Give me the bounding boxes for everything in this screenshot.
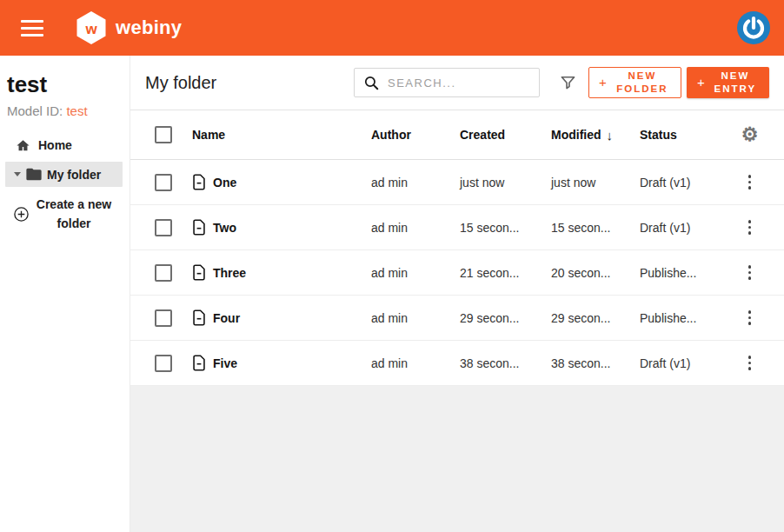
home-icon — [16, 138, 30, 153]
document-icon — [192, 264, 206, 281]
entry-author: ad min — [364, 311, 456, 325]
row-menu-kebab-icon[interactable] — [745, 352, 755, 374]
new-entry-label: NEW ENTRY — [712, 70, 759, 96]
menu-icon[interactable] — [21, 20, 43, 37]
plus-icon: + — [697, 74, 705, 91]
entry-modified: 29 secon... — [547, 311, 635, 325]
user-avatar[interactable] — [737, 11, 770, 44]
funnel-icon — [559, 74, 577, 91]
select-all-checkbox[interactable] — [155, 126, 172, 143]
sidebar: test Model ID: test Home My folder — [0, 56, 130, 532]
search-icon — [363, 75, 380, 91]
document-icon — [192, 309, 206, 326]
top-app-bar: w webiny — [0, 0, 784, 56]
sidebar-item-my-folder[interactable]: My folder — [5, 162, 123, 187]
sidebar-item-label: Home — [38, 138, 72, 152]
model-id-label: Model ID: — [7, 103, 63, 118]
entry-status: Draft (v1) — [635, 356, 728, 370]
plus-icon: + — [599, 74, 607, 91]
column-header-created[interactable]: Created — [456, 128, 547, 142]
new-entry-button[interactable]: + NEW ENTRY — [687, 67, 769, 98]
svg-text:w: w — [84, 21, 97, 37]
folder-icon — [26, 168, 42, 181]
entry-created: 15 secon... — [456, 221, 547, 235]
row-checkbox[interactable] — [155, 174, 172, 191]
new-folder-button[interactable]: + NEW FOLDER — [588, 67, 681, 98]
table-row[interactable]: One ad min just now just now Draft (v1) — [130, 160, 784, 205]
entry-name[interactable]: Five — [213, 356, 237, 370]
webiny-logo: w webiny — [75, 10, 182, 45]
entry-status: Draft (v1) — [635, 176, 728, 190]
row-menu-kebab-icon[interactable] — [745, 262, 755, 283]
entry-name[interactable]: Two — [213, 221, 236, 235]
document-icon — [192, 174, 206, 190]
brand-name: webiny — [116, 17, 182, 39]
plus-circle-icon — [13, 206, 30, 223]
table-row[interactable]: Two ad min 15 secon... 15 secon... Draft… — [130, 205, 784, 250]
column-header-modified[interactable]: Modified ↓ — [547, 128, 635, 143]
column-header-status[interactable]: Status — [635, 128, 728, 142]
entry-status: Publishe... — [635, 311, 728, 325]
sidebar-item-label: My folder — [47, 168, 101, 182]
row-menu-kebab-icon[interactable] — [745, 307, 755, 329]
entry-modified: just now — [547, 176, 635, 190]
sort-descending-icon: ↓ — [607, 128, 614, 143]
table-settings-gear-icon[interactable]: ⚙ — [741, 125, 759, 144]
column-header-author[interactable]: Author — [364, 128, 456, 142]
row-checkbox[interactable] — [155, 219, 172, 236]
entry-author: ad min — [364, 356, 456, 370]
entry-created: 21 secon... — [456, 266, 547, 280]
entry-created: just now — [456, 176, 547, 190]
entry-modified: 15 secon... — [547, 221, 635, 235]
table-row[interactable]: Four ad min 29 secon... 29 secon... Publ… — [130, 296, 784, 341]
entry-author: ad min — [364, 266, 456, 280]
entry-status: Publishe... — [635, 266, 728, 280]
search-input[interactable] — [388, 76, 530, 90]
entry-author: ad min — [364, 176, 456, 190]
column-header-name[interactable]: Name — [180, 128, 364, 142]
entry-modified: 20 secon... — [547, 266, 635, 280]
table-row[interactable]: Five ad min 38 secon... 38 secon... Draf… — [130, 341, 784, 386]
document-icon — [192, 355, 206, 371]
create-new-folder-button[interactable]: Create a new folder — [0, 196, 130, 233]
create-new-folder-label: Create a new folder — [34, 196, 114, 233]
empty-area — [130, 386, 784, 532]
row-checkbox[interactable] — [155, 264, 172, 282]
new-folder-label: NEW FOLDER — [614, 70, 671, 96]
webiny-hexagon-icon: w — [75, 10, 108, 45]
main-content: My folder + NEW FOLDER — [130, 56, 784, 532]
column-header-modified-label: Modified — [551, 128, 601, 142]
sidebar-item-home[interactable]: Home — [0, 132, 130, 158]
model-id-value: test — [66, 103, 87, 118]
entry-status: Draft (v1) — [635, 221, 728, 235]
document-icon — [192, 219, 206, 236]
entry-author: ad min — [364, 221, 456, 235]
entry-name[interactable]: Four — [213, 311, 240, 325]
row-checkbox[interactable] — [155, 309, 172, 327]
entry-name[interactable]: Three — [213, 266, 246, 280]
table-row[interactable]: Three ad min 21 secon... 20 secon... Pub… — [130, 250, 784, 296]
row-checkbox[interactable] — [155, 355, 172, 372]
model-name: test — [0, 56, 130, 98]
entry-name[interactable]: One — [213, 176, 236, 190]
search-box[interactable] — [354, 68, 540, 97]
entry-created: 29 secon... — [456, 311, 547, 325]
content-header: My folder + NEW FOLDER — [130, 56, 784, 110]
filter-button[interactable] — [559, 74, 577, 91]
page-title: My folder — [145, 73, 216, 93]
entry-modified: 38 secon... — [547, 356, 635, 370]
chevron-down-icon[interactable] — [14, 172, 21, 176]
model-id: Model ID: test — [0, 98, 130, 132]
entry-created: 38 secon... — [456, 356, 547, 370]
row-menu-kebab-icon[interactable] — [745, 171, 755, 193]
table-header-row: Name Author Created Modified ↓ Status ⚙ — [130, 110, 784, 160]
row-menu-kebab-icon[interactable] — [745, 216, 755, 238]
